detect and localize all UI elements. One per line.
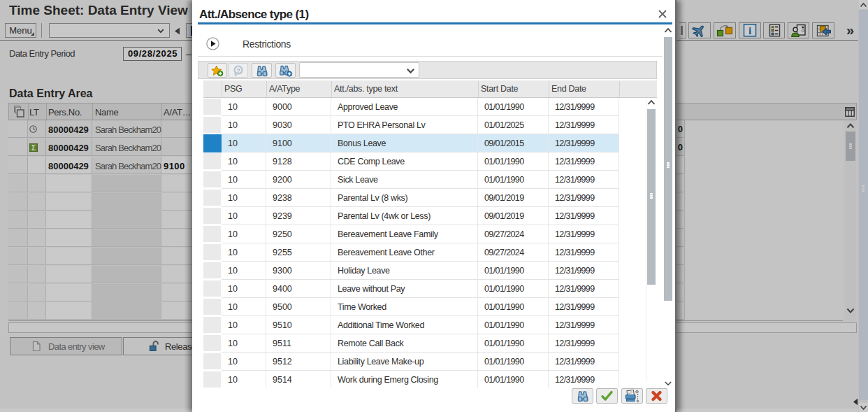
svg-text:?: ?: [236, 66, 240, 73]
